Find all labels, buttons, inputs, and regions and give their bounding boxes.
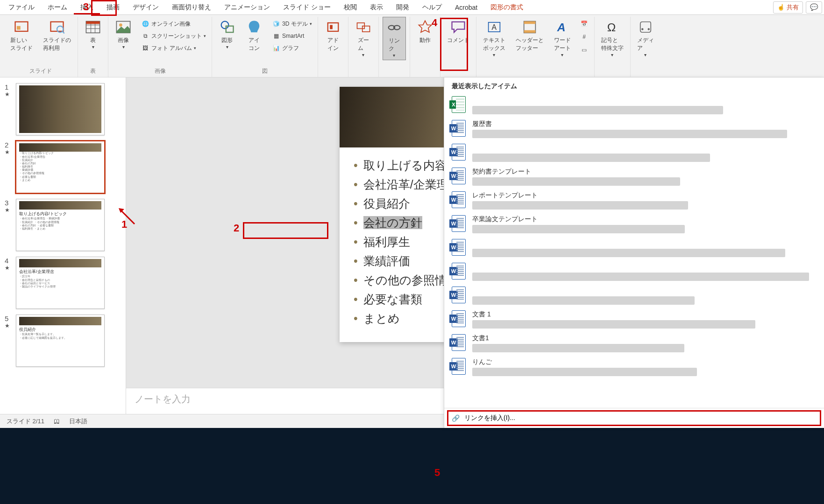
recent-item-path-redacted xyxy=(472,130,787,138)
tab-slideshow[interactable]: スライド ショー xyxy=(277,0,337,14)
comments-toggle-button[interactable]: 💬 xyxy=(806,1,822,14)
addin-button[interactable]: アド イン xyxy=(322,17,344,54)
new-slide-button[interactable]: 新しい スライド xyxy=(7,17,36,54)
callout-num-3: 3 xyxy=(83,1,89,13)
recent-item-name: レポートテンプレート xyxy=(472,191,817,200)
recent-item[interactable]: 卒業論文テンプレート xyxy=(444,212,824,236)
recent-item[interactable]: 契約書テンプレート xyxy=(444,165,824,189)
addin-label: アド イン xyxy=(327,36,339,52)
table-button[interactable]: 表▾ xyxy=(82,17,104,51)
zoom-icon xyxy=(355,19,372,35)
word-file-icon xyxy=(452,263,466,280)
recent-item[interactable]: 文書1 xyxy=(444,331,824,355)
image-label: 画像 xyxy=(118,36,129,44)
online-image-button[interactable]: 🌐オンライン画像 xyxy=(139,19,208,29)
tab-view[interactable]: 表示 xyxy=(363,0,390,14)
tab-acrobat[interactable]: Acrobat xyxy=(448,1,484,14)
comment-label: コメント xyxy=(447,36,469,44)
comment-button[interactable]: コメント xyxy=(444,17,472,46)
chart-button[interactable]: 📊グラフ xyxy=(270,43,314,53)
date-button[interactable]: 📅 xyxy=(578,19,590,29)
recent-item[interactable] xyxy=(444,93,824,117)
thumbnail-2[interactable]: 2★・取り上げる内容/トピック・会社沿革/企業理念・役員紹介・会社の方針・福利厚… xyxy=(0,138,126,196)
share-button[interactable]: ☝ 共有 xyxy=(773,1,803,14)
object-button[interactable]: ▭ xyxy=(578,45,590,55)
svg-rect-25 xyxy=(524,21,535,24)
word-file-icon xyxy=(452,239,466,256)
recent-item[interactable]: 履歴書 xyxy=(444,117,824,141)
screenshot-label: スクリーンショット xyxy=(151,32,202,40)
wordart-button[interactable]: Aワード アート▾ xyxy=(551,17,574,59)
reuse-slide-button[interactable]: スライドの 再利用 xyxy=(40,17,74,54)
screenshot-icon: ⧉ xyxy=(141,32,149,40)
chevron-down-icon: ▾ xyxy=(92,44,94,49)
callout-num-5: 5 xyxy=(434,467,440,479)
share-label: 共有 xyxy=(787,4,799,11)
recent-item[interactable] xyxy=(444,260,824,284)
3dmodel-button[interactable]: 🧊3D モデル▾ xyxy=(270,19,314,29)
smartart-button[interactable]: ▦SmartArt xyxy=(270,31,314,41)
recent-item[interactable]: レポートテンプレート xyxy=(444,189,824,212)
recent-item[interactable]: 文書 1 xyxy=(444,308,824,331)
tab-shape-format[interactable]: 図形の書式 xyxy=(484,0,530,14)
photo-album-button[interactable]: 🖼フォト アルバム▾ xyxy=(139,43,208,53)
thumbnail-3[interactable]: 3★取り上げる内容/トピック・会社沿革/企業理念 ・業績評価・役員紹介 ・その他… xyxy=(0,196,126,254)
tab-developer[interactable]: 開発 xyxy=(390,0,416,14)
tab-design[interactable]: デザイン xyxy=(126,0,165,14)
thumbnail-5[interactable]: 5★役員紹介・役員名簿一覧を示します。・必要に応じて組織図を提示します。 xyxy=(0,312,126,370)
icons-button[interactable]: アイ コン xyxy=(243,17,265,54)
tab-home[interactable]: ホーム xyxy=(41,0,74,14)
shapes-button[interactable]: 図形▾ xyxy=(216,17,238,51)
svg-line-4 xyxy=(62,31,64,34)
recent-item[interactable]: りんご xyxy=(444,355,824,379)
slidenumber-button[interactable]: # xyxy=(578,32,590,42)
recent-item[interactable] xyxy=(444,284,824,308)
symbol-label: 記号と 特殊文字 xyxy=(601,36,624,52)
callout-num-4: 4 xyxy=(432,17,437,29)
link-dropdown-panel: 最近表示したアイテム 履歴書契約書テンプレートレポートテンプレート卒業論文テンプ… xyxy=(444,77,824,428)
recent-item-path-redacted xyxy=(472,344,684,352)
tab-review[interactable]: 校閲 xyxy=(337,0,363,14)
screenshot-button[interactable]: ⧉スクリーンショット▾ xyxy=(139,31,208,41)
tab-animation[interactable]: アニメーション xyxy=(218,0,277,14)
thumbnail-4[interactable]: 4★会社沿革/企業理念・設立年・会社理念と目指すもの・会社の目的とサービス・製品… xyxy=(0,254,126,312)
tab-transition[interactable]: 画面切り替え xyxy=(165,0,218,14)
recent-item-name: 卒業論文テンプレート xyxy=(472,215,817,224)
word-file-icon xyxy=(452,120,466,137)
tab-file[interactable]: ファイル xyxy=(2,0,41,14)
recent-item-path-redacted xyxy=(472,201,688,210)
media-button[interactable]: メディ ア▾ xyxy=(634,17,657,59)
link-button[interactable]: リン ク▾ xyxy=(383,17,406,60)
symbol-button[interactable]: Ω記号と 特殊文字▾ xyxy=(598,17,626,59)
table-label: 表 xyxy=(90,36,96,44)
svg-text:Ω: Ω xyxy=(607,21,616,34)
slide-thumbnails-panel[interactable]: 1★ 2★・取り上げる内容/トピック・会社沿革/企業理念・役員紹介・会社の方針・… xyxy=(0,77,126,414)
svg-rect-16 xyxy=(330,25,333,29)
chevron-down-icon: ▾ xyxy=(226,44,228,49)
image-button[interactable]: 画像▾ xyxy=(112,17,135,51)
textbox-icon: A xyxy=(486,19,503,35)
status-accessibility-icon[interactable]: 🕮 xyxy=(54,418,60,425)
media-icon xyxy=(637,19,654,35)
action-label: 動作 xyxy=(419,36,431,44)
selected-text[interactable]: 会社の方針 xyxy=(363,216,422,229)
chevron-down-icon: ▾ xyxy=(644,52,646,57)
recent-item-name: りんご xyxy=(472,358,817,366)
recent-item-path-redacted xyxy=(472,320,755,329)
recent-item[interactable] xyxy=(444,236,824,260)
zoom-label: ズー ム xyxy=(358,36,369,52)
chevron-down-icon: ▾ xyxy=(493,52,495,57)
tab-draw[interactable]: 描画 xyxy=(100,0,126,14)
recent-item[interactable] xyxy=(444,141,824,165)
textbox-button[interactable]: Aテキスト ボックス▾ xyxy=(480,17,508,59)
insert-link-menuitem[interactable]: 🔗 リンクを挿入(I)... xyxy=(444,408,824,428)
headerfooter-button[interactable]: ヘッダーと フッター xyxy=(513,17,547,54)
tab-help[interactable]: ヘルプ xyxy=(416,0,448,14)
shapes-icon xyxy=(219,19,235,35)
group-images-label: 画像 xyxy=(155,66,166,77)
status-slide-counter: スライド 2/11 xyxy=(7,417,44,426)
zoom-button[interactable]: ズー ム▾ xyxy=(352,17,375,59)
status-language[interactable]: 日本語 xyxy=(69,417,87,426)
thumbnail-1[interactable]: 1★ xyxy=(0,80,126,138)
dropdown-header: 最近表示したアイテム xyxy=(444,77,824,93)
